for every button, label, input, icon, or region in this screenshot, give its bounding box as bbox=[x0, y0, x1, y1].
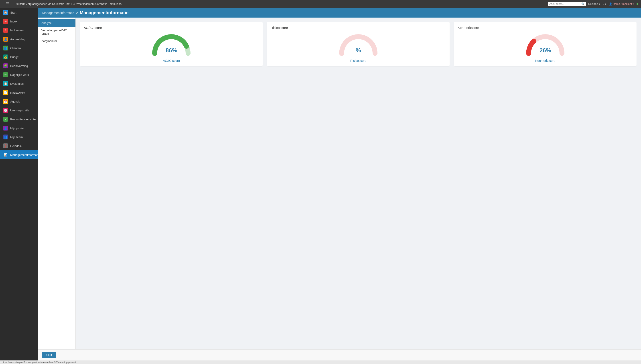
breadcrumb[interactable]: Managementinformatie bbox=[42, 11, 74, 15]
card-header-aoic: AO/IC score⋮ bbox=[84, 26, 259, 30]
sidebar: 🏠Start✉Inbox⚠Incidenten👤Aanmelding👥Cliën… bbox=[0, 8, 38, 360]
card-kenmerk: Kenmerkscore⋮26%Kenmerkscore bbox=[454, 22, 636, 66]
sidebar-item-agenda[interactable]: 📅Agenda bbox=[0, 97, 38, 106]
gauge-svg-aoic: 86% bbox=[151, 32, 191, 57]
dagelijkswerk-icon: ✏ bbox=[3, 72, 8, 77]
user-button[interactable]: 👤 Demo Ambulant ▾ bbox=[609, 2, 634, 6]
card-label-risico: Risicoscore bbox=[350, 59, 366, 62]
sidebar-item-mijnprofiel[interactable]: 👤Mijn profiel bbox=[0, 124, 38, 132]
card-body-aoic: 86%AO/IC score bbox=[84, 32, 259, 62]
sidebar-item-budget[interactable]: 💰Budget bbox=[0, 52, 38, 61]
statusbar-url: https://careratio.pluriformzorg.nl/porta… bbox=[2, 361, 77, 364]
inbox-icon: ✉ bbox=[3, 19, 8, 24]
beeldvorming-icon: 🧩 bbox=[3, 63, 8, 68]
sidebar-label-budget: Budget bbox=[10, 55, 19, 59]
managementinfo-icon: 📊 bbox=[3, 152, 8, 157]
user-label: Demo Ambulant bbox=[613, 2, 632, 6]
leftnav-item-analyse[interactable]: Analyse bbox=[38, 19, 76, 27]
chevron-down-icon: ▾ bbox=[605, 2, 606, 6]
sidebar-label-naslagwerk: Naslagwerk bbox=[10, 91, 25, 94]
card-title-kenmerk: Kenmerkscore bbox=[458, 26, 479, 30]
card-menu-button-aoic[interactable]: ⋮ bbox=[255, 26, 259, 30]
start-icon: 🏠 bbox=[3, 10, 8, 15]
sidebar-item-naslagwerk[interactable]: 📄Naslagwerk bbox=[0, 88, 38, 97]
sidebar-item-urenregistratie[interactable]: 🕐Urenregistratie bbox=[0, 106, 38, 115]
aanmelding-icon: 👤 bbox=[3, 37, 8, 42]
naslagwerk-icon: 📄 bbox=[3, 90, 8, 95]
help-button[interactable]: ? ▾ bbox=[603, 2, 606, 6]
sidebar-item-productieoverzichten[interactable]: ✔Productieoverzichten bbox=[0, 115, 38, 124]
budget-icon: 💰 bbox=[3, 54, 8, 59]
sidebar-item-start[interactable]: 🏠Start bbox=[0, 8, 38, 17]
clienten-icon: 👥 bbox=[3, 46, 8, 50]
online-indicator bbox=[636, 3, 638, 5]
chevron-down-icon: ▾ bbox=[632, 2, 634, 6]
subheader: Managementinformatie > Managementinforma… bbox=[38, 8, 641, 18]
gauge-value-risico: % bbox=[356, 47, 361, 54]
sidebar-item-helpdesk[interactable]: ❓Helpdesk bbox=[0, 142, 38, 150]
body-area: AnalyseVerdeling per AO/IC VraagZorgmoni… bbox=[38, 18, 641, 349]
sidebar-label-productieoverzichten: Productieoverzichten bbox=[10, 118, 37, 121]
sidebar-label-inbox: Inbox bbox=[10, 20, 17, 23]
card-title-risico: Risicoscore bbox=[271, 26, 288, 30]
sidebar-label-incidenten: Incidenten bbox=[10, 29, 24, 32]
hamburger-button[interactable]: ☰ bbox=[3, 0, 13, 8]
main-layout: 🏠Start✉Inbox⚠Incidenten👤Aanmelding👥Cliën… bbox=[0, 8, 641, 360]
sidebar-item-evaluaties[interactable]: 📋Evaluaties bbox=[0, 79, 38, 88]
helpdesk-icon: ❓ bbox=[3, 144, 8, 148]
sidebar-item-beeldvorming[interactable]: 🧩Beeldvorming bbox=[0, 61, 38, 70]
sidebar-label-helpdesk: Helpdesk bbox=[10, 144, 22, 148]
main-panel: AO/IC score⋮86%AO/IC scoreRisicoscore⋮%R… bbox=[76, 18, 641, 349]
sidebar-item-dagelijkswerk[interactable]: ✏Dagelijks werk bbox=[0, 70, 38, 79]
card-risico: Risicoscore⋮%Risicoscore bbox=[267, 22, 450, 66]
left-nav: AnalyseVerdeling per AO/IC VraagZorgmoni… bbox=[38, 18, 76, 349]
sidebar-item-incidenten[interactable]: ⚠Incidenten bbox=[0, 26, 38, 35]
search-icon[interactable]: 🔍 bbox=[581, 2, 585, 6]
user-icon: 👤 bbox=[609, 2, 612, 6]
sidebar-label-evaluaties: Evaluaties bbox=[10, 82, 24, 86]
sidebar-item-clienten[interactable]: 👥Cliënten bbox=[0, 44, 38, 52]
sluiten-button[interactable]: Sluit bbox=[42, 352, 56, 358]
breadcrumb-separator: > bbox=[76, 11, 78, 15]
mijnprofiel-icon: 👤 bbox=[3, 126, 8, 130]
topbar-title: Pluriform Zorg aangeboden via CareRatio … bbox=[15, 2, 546, 6]
topbar: ☰ Pluriform Zorg aangeboden via CareRati… bbox=[0, 0, 641, 8]
agenda-icon: 📅 bbox=[3, 99, 8, 104]
sidebar-item-inbox[interactable]: ✉Inbox bbox=[0, 17, 38, 26]
card-body-kenmerk: 26%Kenmerkscore bbox=[458, 32, 633, 62]
card-body-risico: %Risicoscore bbox=[271, 32, 446, 62]
help-label: ? bbox=[603, 2, 604, 6]
sidebar-label-urenregistratie: Urenregistratie bbox=[10, 109, 29, 112]
incidenten-icon: ⚠ bbox=[3, 28, 8, 33]
sidebar-item-mijnteam[interactable]: 👥Mijn team bbox=[0, 132, 38, 142]
sidebar-label-mijnprofiel: Mijn profiel bbox=[10, 126, 24, 130]
evaluaties-icon: 📋 bbox=[3, 81, 8, 86]
leftnav-item-zorgmonitor[interactable]: Zorgmonitor bbox=[38, 37, 76, 45]
sidebar-label-agenda: Agenda bbox=[10, 100, 20, 103]
page-title: Managementinformatie bbox=[80, 10, 129, 15]
desktop-label: Desktop bbox=[588, 2, 598, 6]
card-title-aoic: AO/IC score bbox=[84, 26, 102, 30]
card-header-kenmerk: Kenmerkscore⋮ bbox=[458, 26, 633, 30]
card-menu-button-risico[interactable]: ⋮ bbox=[442, 26, 446, 30]
card-menu-button-kenmerk[interactable]: ⋮ bbox=[629, 26, 633, 30]
sidebar-item-managementinfo[interactable]: 📊Managementinformatie bbox=[0, 150, 38, 159]
card-aoic: AO/IC score⋮86%AO/IC score bbox=[80, 22, 263, 66]
search-input[interactable] bbox=[549, 2, 580, 6]
card-header-risico: Risicoscore⋮ bbox=[271, 26, 446, 30]
sidebar-item-aanmelding[interactable]: 👤Aanmelding bbox=[0, 35, 38, 44]
content-area: Managementinformatie > Managementinforma… bbox=[38, 8, 641, 360]
desktop-button[interactable]: Desktop ▾ bbox=[588, 2, 600, 6]
mijnteam-icon: 👥 bbox=[3, 134, 8, 140]
bottom-bar: Sluit bbox=[38, 349, 641, 360]
gauge-value-aoic: 86% bbox=[166, 47, 177, 54]
gauge-svg-kenmerk: 26% bbox=[525, 32, 565, 57]
gauge-value-kenmerk: 26% bbox=[539, 47, 551, 54]
statusbar: https://careratio.pluriformzorg.nl/porta… bbox=[0, 360, 641, 364]
sidebar-label-managementinfo: Managementinformatie bbox=[10, 153, 38, 156]
sidebar-label-aanmelding: Aanmelding bbox=[10, 38, 26, 41]
productieoverzichten-icon: ✔ bbox=[3, 117, 8, 122]
sidebar-label-clienten: Cliënten bbox=[10, 46, 21, 50]
sidebar-label-mijnteam: Mijn team bbox=[10, 136, 23, 139]
leftnav-item-verdeling[interactable]: Verdeling per AO/IC Vraag bbox=[38, 27, 76, 37]
